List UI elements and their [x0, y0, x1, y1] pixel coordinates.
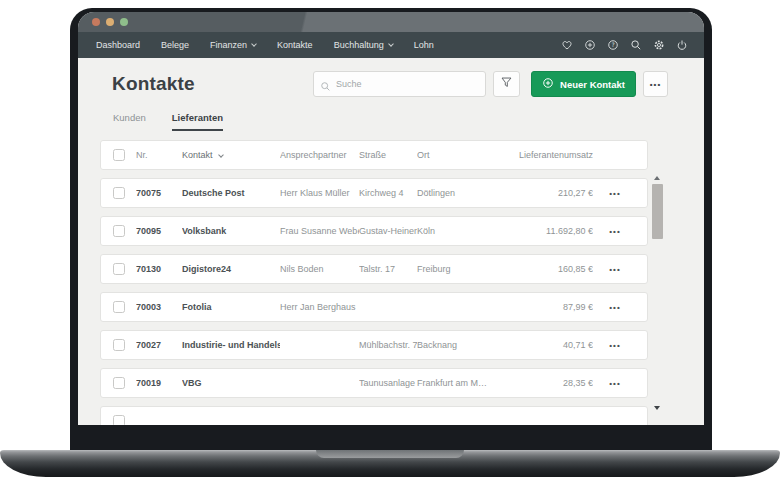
table-row[interactable]: 70019VBGTaunusanlage 8Frankfurt am M…28,…: [100, 368, 648, 398]
chevron-down-icon: [388, 41, 394, 47]
search-field-wrap: [313, 71, 486, 97]
laptop-screen: DashboardBelegeFinanzenKontakteBuchhaltu…: [70, 8, 712, 452]
cell-strasse: Mühlbachstr. 7: [359, 340, 417, 350]
laptop-base: [0, 450, 780, 477]
page-content: Kontakte Neuer Kontakt •••: [78, 58, 704, 425]
col-header-nr[interactable]: Nr.: [136, 150, 182, 160]
cell-ort: Dötlingen: [417, 188, 507, 198]
cell-strasse: Kirchweg 4: [359, 188, 417, 198]
cell-umsatz: 210,27 €: [507, 188, 593, 198]
filter-button[interactable]: [493, 71, 520, 97]
search-icon[interactable]: [630, 39, 642, 51]
row-checkbox[interactable]: [113, 263, 125, 275]
cell-ort: Backnang: [417, 340, 507, 350]
col-header-lieferantenumsatz[interactable]: Lieferantenumsatz: [507, 150, 593, 160]
page-title: Kontakte: [112, 73, 195, 95]
row-actions-button[interactable]: •••: [593, 341, 637, 350]
row-actions-button[interactable]: •••: [593, 227, 637, 236]
cell-ort: Köln: [417, 226, 507, 236]
chevron-down-icon: [251, 41, 257, 47]
col-header-ort[interactable]: Ort: [417, 150, 507, 160]
row-actions-button[interactable]: •••: [593, 379, 637, 388]
cell-ansprechpartner: Herr Klaus Müller: [280, 188, 359, 198]
cell-kontakt: Volksbank: [182, 226, 280, 236]
search-input[interactable]: [313, 71, 486, 97]
cell-umsatz: 160,85 €: [507, 264, 593, 274]
cell-strasse: Taunusanlage 8: [359, 378, 417, 388]
help-icon[interactable]: ?: [607, 39, 619, 51]
filter-funnel-icon: [500, 75, 513, 93]
nav-icon-group: ?: [561, 39, 688, 51]
header-more-button[interactable]: •••: [643, 71, 668, 97]
table-row[interactable]: 70027Industirie- und Handelska..Mühlbach…: [100, 330, 648, 360]
cell-nr: 70095: [136, 226, 182, 236]
nav-item-buchhaltung[interactable]: Buchhaltung: [334, 40, 393, 50]
cell-nr: 70130: [136, 264, 182, 274]
scroll-down-arrow[interactable]: [654, 406, 660, 410]
heart-icon[interactable]: [561, 39, 573, 51]
top-navbar: DashboardBelegeFinanzenKontakteBuchhaltu…: [78, 32, 704, 58]
traffic-light-close[interactable]: [92, 18, 100, 26]
power-icon[interactable]: [676, 39, 688, 51]
table-row[interactable]: 70095VolksbankFrau Susanne Weber…Gustav-…: [100, 216, 648, 246]
new-contact-button[interactable]: Neuer Kontakt: [531, 71, 636, 97]
search-input-icon: [320, 78, 331, 96]
row-checkbox[interactable]: [113, 301, 125, 313]
cell-ort: Freiburg: [417, 264, 507, 274]
cell-nr: 70003: [136, 302, 182, 312]
cell-ansprechpartner: Frau Susanne Weber…: [280, 226, 359, 236]
table-row[interactable]: 70075Deutsche PostHerr Klaus MüllerKirch…: [100, 178, 648, 208]
cell-ort: Frankfurt am M…: [417, 378, 507, 388]
table-row[interactable]: 70130Digistore24Nils BodenTalstr. 17Frei…: [100, 254, 648, 284]
row-actions-button[interactable]: •••: [593, 303, 637, 312]
table-row[interactable]: 70003FotoliaHerr Jan Berghaus87,99 €•••: [100, 292, 648, 322]
plus-circle-icon[interactable]: [584, 39, 596, 51]
nav-item-finanzen[interactable]: Finanzen: [210, 40, 256, 50]
table-header-row: Nr. Kontakt Ansprechpartner Straße Ort L…: [100, 140, 648, 170]
row-actions-button[interactable]: •••: [593, 265, 637, 274]
row-actions-button[interactable]: •••: [593, 189, 637, 198]
window-titlebar: [78, 12, 704, 32]
table-scrollbar: [652, 140, 663, 425]
cell-nr: 70075: [136, 188, 182, 198]
cell-kontakt: Digistore24: [182, 264, 280, 274]
scrollbar-thumb[interactable]: [652, 184, 663, 239]
nav-item-belege[interactable]: Belege: [161, 40, 189, 50]
new-contact-label: Neuer Kontakt: [560, 79, 625, 90]
sort-chevron-down-icon: [218, 152, 224, 158]
col-header-kontakt[interactable]: Kontakt: [182, 150, 280, 160]
cell-umsatz: 28,35 €: [507, 378, 593, 388]
traffic-light-minimize[interactable]: [106, 18, 114, 26]
cell-nr: 70027: [136, 340, 182, 350]
nav-item-dashboard[interactable]: Dashboard: [96, 40, 140, 50]
laptop-mockup: DashboardBelegeFinanzenKontakteBuchhaltu…: [0, 0, 780, 477]
col-header-ansprechpartner[interactable]: Ansprechpartner: [280, 150, 359, 160]
cell-kontakt: Industirie- und Handelska..: [182, 340, 280, 350]
nav-item-lohn[interactable]: Lohn: [414, 40, 434, 50]
traffic-light-zoom[interactable]: [120, 18, 128, 26]
col-header-strasse[interactable]: Straße: [359, 150, 417, 160]
table-body: 70075Deutsche PostHerr Klaus MüllerKirch…: [100, 178, 648, 398]
cell-nr: 70019: [136, 378, 182, 388]
row-checkbox[interactable]: [113, 339, 125, 351]
row-checkbox[interactable]: [113, 225, 125, 237]
row-checkbox[interactable]: [113, 187, 125, 199]
row-checkbox[interactable]: [113, 377, 125, 389]
select-all-checkbox[interactable]: [113, 149, 125, 161]
cell-ansprechpartner: Herr Jan Berghaus: [280, 302, 359, 312]
tab-kunden[interactable]: Kunden: [113, 112, 146, 131]
cell-strasse: Gustav-Heinem…: [359, 226, 417, 236]
tab-lieferanten[interactable]: Lieferanten: [172, 112, 223, 131]
cell-kontakt: Fotolia: [182, 302, 280, 312]
cell-kontakt: VBG: [182, 378, 280, 388]
laptop-hinge-notch: [316, 450, 464, 458]
plus-circle-icon: [542, 77, 554, 91]
gear-icon[interactable]: [653, 39, 665, 51]
nav-item-kontakte[interactable]: Kontakte: [277, 40, 313, 50]
scroll-up-arrow[interactable]: [654, 176, 660, 180]
table-row-partial[interactable]: [100, 406, 648, 425]
row-checkbox[interactable]: [113, 415, 125, 425]
cell-umsatz: 87,99 €: [507, 302, 593, 312]
cell-kontakt: Deutsche Post: [182, 188, 280, 198]
tab-bar: Kunden Lieferanten: [113, 112, 704, 131]
